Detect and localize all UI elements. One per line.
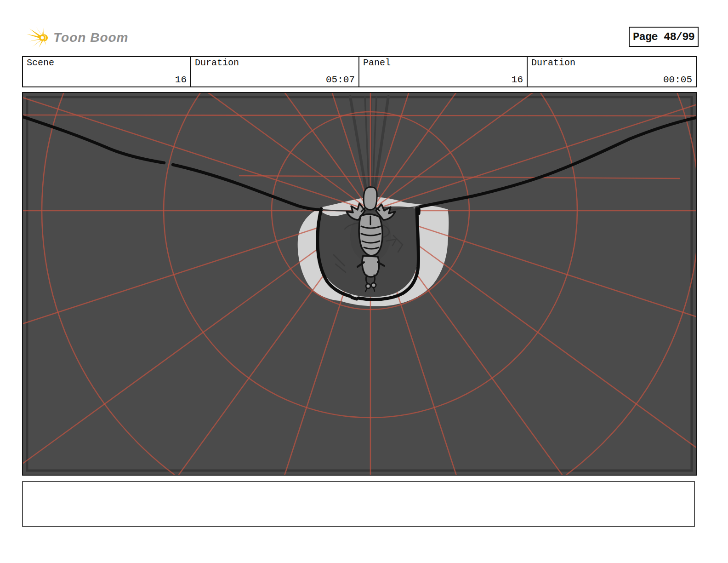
panel-value: 16 — [512, 75, 523, 85]
info-cell-panel: Panel 16 — [359, 57, 528, 86]
figure-head — [364, 187, 377, 210]
scene-value: 16 — [175, 75, 187, 85]
toonboom-burst-icon — [26, 26, 50, 50]
logo-wordmark: Toon Boom — [53, 30, 128, 45]
scene-duration-label: Duration — [195, 57, 239, 68]
panel-duration-label: Duration — [531, 57, 575, 68]
scene-duration-value: 05:07 — [326, 75, 355, 85]
toonboom-logo: Toon Boom — [26, 26, 128, 50]
storyboard-export-page: { "branding": { "logo_text": "Toon Boom"… — [0, 0, 728, 563]
panel-label: Panel — [363, 57, 391, 68]
panel-duration-value: 00:05 — [663, 75, 692, 85]
info-cell-panel-duration: Duration 00:05 — [528, 57, 696, 86]
storyboard-drawing — [23, 93, 696, 475]
info-cell-scene: Scene 16 — [23, 57, 191, 86]
info-cell-scene-duration: Duration 05:07 — [191, 57, 359, 86]
caption-box — [22, 481, 695, 527]
page-indicator: Page 48/99 — [629, 27, 699, 47]
scene-label: Scene — [27, 57, 54, 68]
panel-info-row: Scene 16 Duration 05:07 Panel 16 Duratio… — [22, 56, 697, 87]
storyboard-panel-frame — [22, 92, 697, 476]
